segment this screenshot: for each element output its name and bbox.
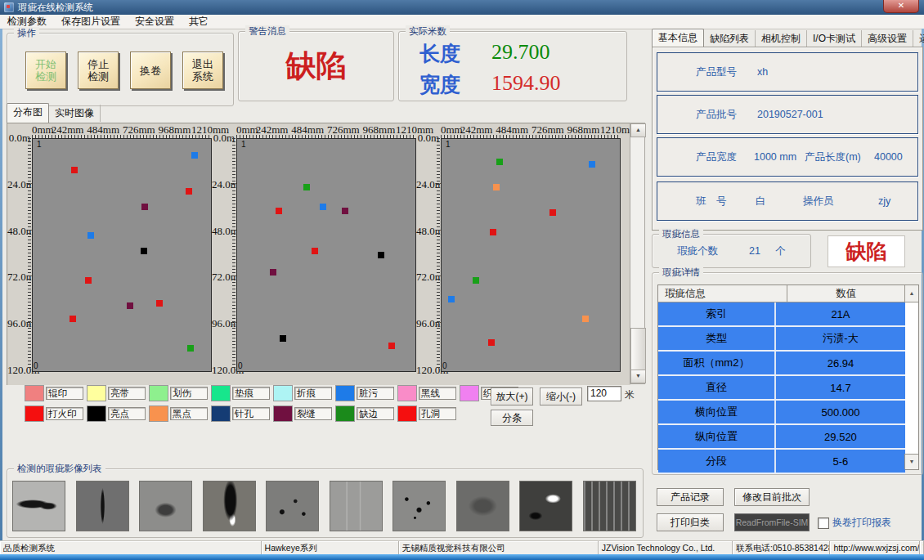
op-button-4[interactable]: 退出 系统 [182, 52, 223, 89]
legend-label-box[interactable]: 裂缝 [294, 407, 332, 420]
defect-marker[interactable] [582, 316, 589, 322]
plots-scrollbar[interactable]: ▲ ▼ [630, 123, 645, 384]
defect-marker[interactable] [448, 296, 455, 302]
scroll-up-icon[interactable]: ▲ [630, 123, 646, 137]
defect-thumbnail-1[interactable] [12, 481, 65, 531]
defect-marker[interactable] [186, 188, 192, 195]
defect-marker[interactable] [320, 204, 326, 210]
menu-item-3[interactable]: 安全设置 [128, 14, 182, 29]
defect-marker[interactable] [388, 343, 395, 349]
plot-area[interactable]: 10 [236, 138, 416, 372]
defect-marker[interactable] [141, 248, 147, 254]
table-row[interactable]: 横向位置500.000 [658, 401, 905, 425]
checkbox-icon[interactable] [818, 517, 829, 529]
plot-area[interactable]: 10 [441, 138, 621, 372]
table-cell-label: 纵向位置 [658, 425, 776, 448]
legend-label-box[interactable]: 黑点 [170, 407, 208, 420]
defect-marker[interactable] [71, 167, 78, 173]
defect-marker[interactable] [493, 184, 500, 190]
product-record-button[interactable]: 产品记录 [657, 488, 724, 506]
table-row[interactable]: 面积（mm2）26.94 [658, 352, 905, 376]
legend-label-box[interactable]: 脏污 [357, 387, 394, 400]
defect-thumbnail-8[interactable] [456, 481, 509, 531]
op-button-2[interactable]: 停止 检测 [78, 52, 119, 89]
right-tab-5[interactable]: 高级设置 [862, 30, 913, 47]
defect-marker[interactable] [187, 345, 194, 352]
table-row[interactable]: 纵向位置29.520 [658, 425, 905, 450]
legend-label-box[interactable]: 缺边 [357, 407, 394, 420]
defect-marker[interactable] [127, 302, 133, 309]
defect-marker[interactable] [312, 248, 318, 254]
defect-thumbnail-6[interactable] [330, 481, 383, 531]
close-button[interactable]: ✕ [883, 0, 919, 13]
table-scroll-down-icon[interactable]: ▼ [904, 454, 918, 469]
table-row[interactable]: 类型污渍-大 [658, 327, 905, 352]
print-classify-button[interactable]: 打印归类 [657, 513, 724, 531]
legend-label-box[interactable]: 折痕 [294, 387, 332, 400]
legend-label-box[interactable]: 划伤 [170, 387, 208, 400]
menu-item-4[interactable]: 其它 [182, 14, 216, 29]
table-scroll-up-icon[interactable]: ▲ [904, 285, 918, 302]
split-button[interactable]: 分条 [491, 410, 533, 426]
windows-taskbar[interactable] [0, 554, 924, 560]
defect-marker[interactable] [496, 159, 503, 165]
table-row[interactable]: 直径14.7 [658, 376, 905, 401]
right-tab-2[interactable]: 缺陷列表 [704, 30, 756, 47]
right-tab-6[interactable]: 运行状态信息 [913, 30, 924, 47]
defect-marker[interactable] [191, 152, 198, 159]
defect-marker[interactable] [87, 232, 94, 239]
view-tab-2[interactable]: 实时图像 [49, 105, 101, 122]
y-tick-label: 72.0m [212, 271, 235, 284]
op-button-1[interactable]: 开始 检测 [25, 52, 66, 89]
right-tab-1[interactable]: 基本信息 [652, 29, 704, 48]
legend-label-box[interactable]: 亮点 [108, 407, 146, 420]
meters-input[interactable]: 120 [587, 386, 621, 401]
defect-marker[interactable] [378, 252, 384, 258]
zoom-out-button[interactable]: 缩小(-) [540, 388, 582, 405]
defect-marker[interactable] [85, 277, 92, 284]
legend-label-box[interactable]: 孔洞 [419, 407, 456, 420]
legend-label-box[interactable]: 打火印 [46, 407, 83, 420]
defect-marker[interactable] [488, 339, 495, 346]
defect-marker[interactable] [141, 204, 148, 210]
view-tab-1[interactable]: 分布图 [7, 103, 49, 123]
defect-marker[interactable] [303, 184, 310, 190]
defect-marker[interactable] [342, 208, 348, 214]
y-tick-label: 96.0m [7, 317, 30, 330]
defect-marker[interactable] [270, 269, 276, 276]
defect-marker[interactable] [156, 300, 163, 307]
defect-marker[interactable] [549, 209, 556, 216]
legend-label-box[interactable]: 针孔 [232, 407, 270, 420]
zoom-in-button[interactable]: 放大(+) [491, 388, 533, 405]
modify-batch-button[interactable]: 修改目前批次 [734, 488, 810, 506]
legend-label-box[interactable]: 黑线 [419, 387, 456, 400]
op-button-3[interactable]: 换卷 [130, 52, 171, 89]
reprint-checkbox[interactable]: 换卷打印报表 [818, 516, 891, 530]
defect-thumbnail-3[interactable] [139, 481, 192, 531]
defect-marker[interactable] [589, 161, 595, 168]
read-from-file-button[interactable]: ReadFromFile-SIM [734, 513, 810, 531]
defect-thumbnail-10[interactable] [583, 481, 636, 531]
legend-label-box[interactable]: 垫痕 [232, 387, 270, 400]
legend-label-box[interactable]: 辊印 [46, 387, 83, 400]
defect-thumbnail-2[interactable] [76, 481, 129, 531]
right-tab-4[interactable]: I/O卡测试 [807, 30, 862, 47]
legend-label-box[interactable]: 亮带 [108, 387, 146, 400]
plots-scrollbar-thumb[interactable] [630, 328, 646, 370]
lane-label: 1 [241, 140, 246, 149]
defect-marker[interactable] [276, 208, 282, 214]
defect-marker[interactable] [280, 335, 286, 342]
menu-item-2[interactable]: 保存图片设置 [54, 14, 128, 29]
defect-thumbnail-4[interactable] [203, 481, 256, 531]
scroll-down-icon[interactable]: ▼ [630, 370, 646, 383]
defect-marker[interactable] [473, 277, 479, 284]
table-row[interactable]: 索引21A [658, 302, 905, 327]
defect-marker[interactable] [70, 316, 76, 322]
defect-marker[interactable] [490, 229, 496, 235]
defect-thumbnail-7[interactable] [392, 481, 446, 531]
table-row[interactable]: 分段5-6 [658, 450, 905, 474]
defect-thumbnail-5[interactable] [266, 481, 319, 531]
plot-area[interactable]: 10 [32, 138, 212, 372]
defect-thumbnail-9[interactable] [519, 481, 572, 531]
right-tab-3[interactable]: 相机控制 [756, 30, 807, 47]
